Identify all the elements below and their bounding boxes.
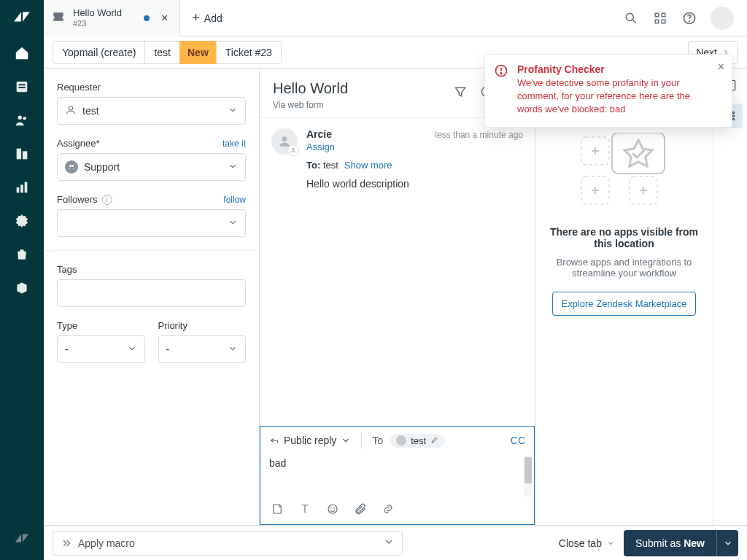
chip-avatar (396, 435, 406, 446)
nav-package-icon[interactable] (13, 279, 31, 297)
crumb-user[interactable]: test (144, 41, 180, 64)
crumb-status: New (179, 41, 217, 64)
ticket-via: Via web form (273, 100, 348, 110)
crumb-ticket[interactable]: Ticket #23 (216, 41, 282, 64)
tags-label: Tags (57, 264, 77, 275)
message-body: Hello world description (306, 178, 523, 190)
emoji-icon[interactable] (326, 502, 341, 517)
svg-rect-15 (655, 20, 659, 23)
chevron-down-icon (228, 161, 238, 174)
chevron-down-icon (228, 343, 238, 356)
add-tab-button[interactable]: + Add (180, 0, 233, 36)
svg-point-20 (69, 165, 71, 167)
brand-logo (12, 7, 31, 28)
apply-macro-dropdown[interactable]: Apply macro (53, 531, 403, 556)
footer-bar: Apply macro Close tab Submit as New (44, 525, 747, 560)
svg-point-48 (732, 115, 734, 117)
nav-views-icon[interactable] (13, 78, 31, 96)
apps-empty-sub: Browse apps and integrations to streamli… (543, 257, 705, 279)
recipient-chip[interactable]: test (390, 434, 445, 448)
left-nav-rail (0, 0, 44, 560)
help-icon[interactable] (681, 10, 697, 26)
tab-close-icon[interactable]: × (161, 12, 168, 25)
assign-link[interactable]: Assign (306, 141, 523, 152)
requester-value: test (82, 105, 99, 117)
assignee-select[interactable]: Support (57, 153, 246, 181)
scrollbar[interactable] (524, 456, 533, 497)
followers-select[interactable] (57, 209, 246, 237)
group-icon (65, 160, 78, 174)
info-icon[interactable]: i (102, 195, 112, 205)
type-select[interactable]: - (57, 335, 145, 363)
tab-ticket[interactable]: Hello World #23 × (44, 0, 180, 36)
tags-input[interactable] (57, 279, 246, 307)
followers-label: Followers (57, 194, 98, 205)
requester-select[interactable]: test (57, 97, 246, 125)
take-it-link[interactable]: take it (222, 139, 246, 149)
nav-zendesk-icon[interactable] (13, 529, 31, 547)
divider (361, 432, 362, 448)
nav-reports-icon[interactable] (13, 179, 31, 196)
type-label: Type (57, 320, 77, 331)
ticket-icon (51, 9, 66, 26)
composer-to-label: To (372, 435, 383, 446)
svg-rect-16 (662, 20, 665, 23)
nav-trash-icon[interactable] (13, 246, 31, 263)
assignee-value: Support (84, 161, 120, 173)
svg-point-25 (282, 136, 287, 141)
filter-icon[interactable] (453, 85, 469, 101)
apps-grid-icon[interactable] (652, 10, 668, 26)
follow-link[interactable]: follow (223, 195, 246, 205)
svg-line-12 (633, 20, 636, 23)
role-badge-icon (287, 144, 299, 156)
alert-icon (494, 63, 508, 80)
cc-button[interactable]: CC (511, 435, 525, 446)
assignee-label: Assignee* (57, 138, 100, 149)
plus-icon: + (192, 10, 200, 26)
link-icon[interactable] (382, 502, 396, 517)
priority-select[interactable]: - (158, 335, 247, 363)
message: Arcie less than a minute ago Assign To: … (271, 128, 523, 190)
note-icon[interactable] (271, 502, 285, 517)
chevron-down-icon (383, 536, 395, 550)
submit-button[interactable]: Submit as New (624, 530, 716, 556)
nav-home-icon[interactable] (13, 44, 31, 62)
user-avatar[interactable] (711, 7, 734, 30)
tab-subtitle: #23 (73, 19, 122, 28)
close-tab-button[interactable]: Close tab (559, 537, 615, 549)
top-bar: Hello World #23 × + Add (44, 0, 747, 36)
svg-point-45 (732, 112, 734, 113)
svg-point-21 (71, 165, 74, 167)
reply-type-dropdown[interactable]: Public reply (269, 435, 351, 446)
to-label: To: (306, 160, 320, 171)
svg-rect-2 (18, 87, 25, 88)
toast-title: Profanity Checker (517, 63, 708, 75)
composer-textarea[interactable] (269, 457, 515, 495)
attachment-icon[interactable] (354, 502, 368, 517)
sender-name: Arcie (306, 128, 332, 140)
svg-rect-1 (18, 84, 25, 85)
text-format-icon[interactable] (298, 502, 313, 517)
submit-dropdown[interactable] (716, 530, 738, 556)
svg-point-28 (330, 508, 331, 508)
search-icon[interactable] (623, 10, 639, 26)
explore-marketplace-button[interactable]: Explore Zendesk Marketplace (552, 292, 697, 316)
to-value: test (323, 160, 338, 171)
svg-rect-6 (23, 151, 27, 159)
ticket-title: Hello World (273, 80, 348, 97)
show-more-link[interactable]: Show more (344, 160, 392, 171)
chevron-down-icon (127, 343, 137, 356)
svg-point-18 (689, 20, 690, 21)
toast-close-icon[interactable]: × (718, 61, 724, 74)
nav-settings-icon[interactable] (13, 212, 31, 230)
crumb-org[interactable]: Yopmail (create) (53, 41, 145, 64)
person-icon (65, 104, 77, 118)
conversation-panel: Hello World Via web form Arcie less than… (260, 69, 535, 525)
nav-customers-icon[interactable] (13, 112, 31, 129)
svg-rect-9 (25, 182, 28, 193)
svg-point-19 (69, 106, 72, 109)
ticket-fields-panel: Requester test Assignee*take it Support … (44, 69, 260, 525)
chevron-down-icon (228, 217, 238, 230)
chevron-down-icon (228, 105, 238, 117)
nav-org-icon[interactable] (13, 145, 31, 163)
